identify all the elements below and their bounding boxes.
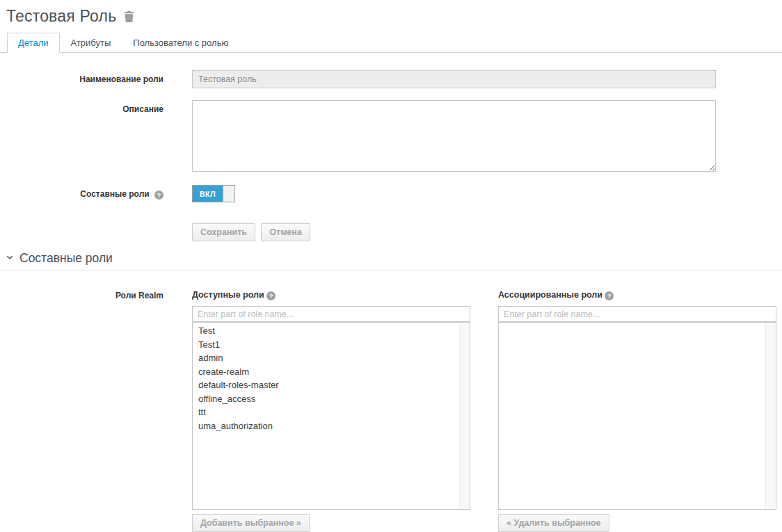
- page-title: Тестовая Роль: [6, 7, 116, 26]
- description-textarea[interactable]: [192, 100, 716, 172]
- trash-icon: [123, 14, 135, 24]
- list-item[interactable]: uma_authorization: [193, 419, 470, 433]
- composite-roles-toggle[interactable]: ВКЛ: [192, 185, 235, 202]
- list-item[interactable]: Test1: [193, 338, 470, 352]
- associated-roles-search-input[interactable]: [498, 306, 776, 322]
- role-name-label: Наименование роли: [0, 70, 163, 88]
- save-button[interactable]: Сохранить: [192, 223, 255, 241]
- role-details-form: Наименование роли Описание Составные рол…: [0, 53, 782, 241]
- list-item[interactable]: Test: [193, 324, 470, 338]
- realm-roles-label: Роли Realm: [0, 285, 163, 532]
- help-icon[interactable]: ?: [266, 291, 276, 300]
- chevron-down-icon: [6, 253, 14, 264]
- toggle-on-label: ВКЛ: [193, 186, 223, 202]
- list-item[interactable]: offline_access: [193, 392, 470, 406]
- toggle-knob: [223, 186, 234, 202]
- tabbar: Детали Атрибуты Пользователи с ролью: [0, 33, 782, 53]
- list-item[interactable]: create-realm: [193, 365, 470, 379]
- page-header: Тестовая Роль: [6, 7, 782, 26]
- associated-roles-listbox[interactable]: [498, 322, 776, 510]
- tab-users-in-role[interactable]: Пользователи с ролью: [122, 33, 239, 53]
- help-icon[interactable]: ?: [154, 191, 163, 200]
- tab-details[interactable]: Детали: [7, 33, 60, 53]
- composite-roles-section-header[interactable]: Составные роли: [0, 251, 782, 271]
- scrollbar[interactable]: [765, 323, 776, 509]
- add-selected-button[interactable]: Добавить выбранное »: [192, 514, 310, 532]
- composite-roles-picker: Роли Realm Доступные роли ? TestTest1adm…: [0, 285, 782, 532]
- scrollbar[interactable]: [459, 323, 470, 509]
- associated-roles-label: Ассоциированные роли: [498, 290, 603, 300]
- tab-attributes[interactable]: Атрибуты: [60, 33, 122, 53]
- composite-roles-section-title: Составные роли: [19, 251, 113, 266]
- delete-role-button[interactable]: [123, 10, 135, 24]
- list-item[interactable]: ttt: [193, 405, 470, 419]
- available-roles-search-input[interactable]: [192, 306, 470, 322]
- available-roles-label: Доступные роли: [192, 290, 264, 300]
- composite-roles-label: Составные роли: [80, 189, 149, 199]
- available-roles-listbox[interactable]: TestTest1admincreate-realmdefault-roles-…: [192, 322, 470, 510]
- cancel-button[interactable]: Отмена: [261, 223, 310, 241]
- remove-selected-button[interactable]: « Удалить выбранное: [498, 514, 609, 532]
- help-icon[interactable]: ?: [605, 291, 614, 300]
- list-item[interactable]: default-roles-master: [193, 378, 470, 392]
- list-item[interactable]: admin: [193, 351, 470, 365]
- role-name-input: [192, 70, 716, 88]
- description-label: Описание: [0, 100, 163, 174]
